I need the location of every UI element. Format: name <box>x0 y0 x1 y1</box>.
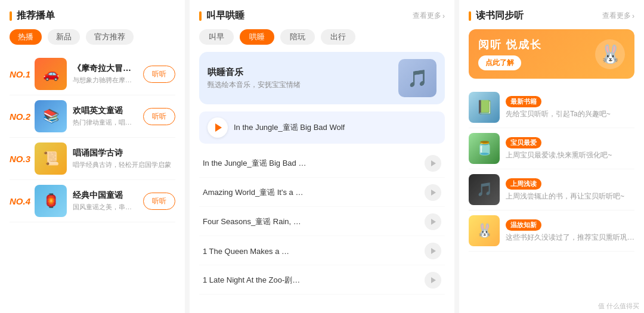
playlist-item: NO.3 📜 唱诵国学古诗 唱学经典古诗，轻松开启国学启蒙 <box>10 138 175 180</box>
now-playing-text: In the Jungle_童谣 Big Bad Wolf <box>234 122 436 133</box>
right-header: 读书同步听 查看更多 › <box>469 10 634 22</box>
playlist-rank: NO.3 <box>10 154 29 164</box>
book-desc: 上周浅尝辄止的书，再让宝贝听听吧~ <box>506 191 634 202</box>
track-name: 1 Late Night At the Zoo-剧… <box>203 275 419 286</box>
playlist-name: 经典中国童谣 <box>73 190 137 201</box>
playlist-desc: 与想象力驰骋在摩奇拉的世界里，在趣味、冒险中体会勇气、智慧与行动的力量… <box>73 76 137 85</box>
playlist-item: NO.1 🚗 《摩奇拉大冒险》故事播单… 与想象力驰骋在摩奇拉的世界里，在趣味、… <box>10 53 175 95</box>
book-thumb: 🫙 <box>469 133 500 164</box>
right-section-title: 读书同步听 <box>469 10 524 22</box>
featured-subtitle: 甄选绘本音乐，安抚宝宝情绪 <box>208 80 391 90</box>
playlist-info: 《摩奇拉大冒险》故事播单… 与想象力驰骋在摩奇拉的世界里，在趣味、冒险中体会勇气… <box>73 63 137 85</box>
book-item[interactable]: 📗 最新书籍 先给宝贝听听，引起Ta的兴趣吧~ <box>469 87 634 128</box>
track-play-button[interactable] <box>425 184 441 201</box>
book-info: 最新书籍 先给宝贝听听，引起Ta的兴趣吧~ <box>506 95 634 119</box>
mid-panel: 叫早哄睡 查看更多 › 叫早哄睡陪玩出行 哄睡音乐 甄选绘本音乐，安抚宝宝情绪 … <box>190 0 454 313</box>
book-info: 温故知新 这些书好久没读过了，推荐宝贝熏听巩固噢~ <box>506 219 634 243</box>
filter-tags: 叫早哄睡陪玩出行 <box>199 29 445 45</box>
banner-title: 阅听 悦成长 <box>478 38 542 52</box>
playlist-rank: NO.4 <box>10 196 29 206</box>
playlist-info: 欢唱英文童谣 热门律动童谣，唱唱跳跳娃最爱 <box>73 106 137 127</box>
filter-tag-哄睡[interactable]: 哄睡 <box>240 29 274 45</box>
playlist-container: NO.1 🚗 《摩奇拉大冒险》故事播单… 与想象力驰骋在摩奇拉的世界里，在趣味、… <box>10 53 175 222</box>
playlist-thumb: 🚗 <box>35 58 67 90</box>
filter-tag-出行[interactable]: 出行 <box>321 29 355 45</box>
playlist-rank: NO.2 <box>10 111 29 122</box>
playlist-item: NO.4 🏮 经典中国童谣 国风童谣之美，串起童年记忆 听听 <box>10 180 175 222</box>
book-thumb: 🐰 <box>469 215 500 246</box>
playlist-thumb: 📜 <box>35 142 67 175</box>
left-panel: 推荐播单 热播 新品 官方推荐 NO.1 🚗 《摩奇拉大冒险》故事播单… 与想象… <box>0 0 185 313</box>
main-container: 推荐播单 热播 新品 官方推荐 NO.1 🚗 《摩奇拉大冒险》故事播单… 与想象… <box>0 0 644 313</box>
listen-button[interactable]: 听听 <box>143 193 175 210</box>
left-section-title: 推荐播单 <box>10 10 175 22</box>
track-row: 1 The Queen Makes a … <box>199 237 445 265</box>
filter-tag-陪玩[interactable]: 陪玩 <box>280 29 315 45</box>
featured-title: 哄睡音乐 <box>208 67 391 78</box>
track-play-button[interactable] <box>425 272 441 289</box>
track-row: Amazing World_童谣 It's a … <box>199 179 445 207</box>
track-row: Four Seasons_童谣 Rain, … <box>199 208 445 236</box>
book-info: 宝贝最爱 上周宝贝最爱读,快来熏听强化吧~ <box>506 137 634 160</box>
track-name: In the Jungle_童谣 Big Bad … <box>203 158 419 169</box>
listen-button[interactable]: 听听 <box>143 66 175 83</box>
mid-header: 叫早哄睡 查看更多 › <box>199 10 445 22</box>
book-info: 上周浅读 上周浅尝辄止的书，再让宝贝听听吧~ <box>506 178 634 202</box>
playlist-name: 唱诵国学古诗 <box>73 148 175 159</box>
right-panel: 读书同步听 查看更多 › 阅听 悦成长 点此了解 🐰 📗 最新书籍 先给宝贝听听… <box>459 0 644 313</box>
book-thumb: 🎵 <box>469 174 500 205</box>
tab-hot[interactable]: 热播 <box>10 29 42 45</box>
playlist-info: 唱诵国学古诗 唱学经典古诗，轻松开启国学启蒙 <box>73 148 175 169</box>
featured-card: 哄睡音乐 甄选绘本音乐，安抚宝宝情绪 🎵 <box>199 52 445 104</box>
playlist-thumb: 📚 <box>35 100 67 132</box>
book-item[interactable]: 🎵 上周浅读 上周浅尝辄止的书，再让宝贝听听吧~ <box>469 169 634 210</box>
mid-view-more[interactable]: 查看更多 › <box>413 11 445 21</box>
featured-thumb: 🎵 <box>398 59 436 97</box>
playlist-rank: NO.1 <box>10 69 29 79</box>
track-row: 1 Late Night At the Zoo-剧… <box>199 266 445 295</box>
track-name: Four Seasons_童谣 Rain, … <box>203 216 419 227</box>
now-playing-row[interactable]: In the Jungle_童谣 Big Bad Wolf <box>199 111 445 144</box>
banner-btn[interactable]: 点此了解 <box>478 55 521 70</box>
watermark: 值 什么值得买 <box>598 302 639 311</box>
track-play-icon <box>431 248 436 254</box>
playlist-desc: 热门律动童谣，唱唱跳跳娃最爱 <box>73 118 137 127</box>
track-play-button[interactable] <box>425 213 441 230</box>
filter-tag-叫早[interactable]: 叫早 <box>199 29 234 45</box>
track-row: In the Jungle_童谣 Big Bad … <box>199 150 445 178</box>
book-desc: 上周宝贝最爱读,快来熏听强化吧~ <box>506 150 634 160</box>
book-badge: 上周浅读 <box>506 178 541 190</box>
book-item[interactable]: 🐰 温故知新 这些书好久没读过了，推荐宝贝熏听巩固噢~ <box>469 210 634 252</box>
book-badge: 温故知新 <box>506 219 541 231</box>
book-list: 📗 最新书籍 先给宝贝听听，引起Ta的兴趣吧~ 🫙 宝贝最爱 上周宝贝最爱读,快… <box>469 87 634 252</box>
play-icon <box>215 123 222 132</box>
tab-official[interactable]: 官方推荐 <box>86 29 134 45</box>
right-view-more[interactable]: 查看更多 › <box>602 11 634 21</box>
track-play-button[interactable] <box>425 243 441 259</box>
playlist-thumb: 🏮 <box>35 185 67 217</box>
playlist-name: 欢唱英文童谣 <box>73 106 137 116</box>
playlist-desc: 唱学经典古诗，轻松开启国学启蒙 <box>73 160 175 169</box>
book-badge: 宝贝最爱 <box>506 137 541 148</box>
track-play-icon <box>431 160 436 166</box>
track-play-icon <box>431 277 436 283</box>
tab-new[interactable]: 新品 <box>48 29 80 45</box>
book-desc: 这些书好久没读过了，推荐宝贝熏听巩固噢~ <box>506 233 634 243</box>
track-name: Amazing World_童谣 It's a … <box>203 187 419 198</box>
track-list: In the Jungle_童谣 Big Bad … Amazing World… <box>199 150 445 295</box>
book-badge: 最新书籍 <box>506 96 541 107</box>
listen-button[interactable]: 听听 <box>143 108 175 125</box>
track-name: 1 The Queen Makes a … <box>203 247 419 256</box>
playlist-desc: 国风童谣之美，串起童年记忆 <box>73 203 137 212</box>
play-button[interactable] <box>208 117 228 138</box>
left-tabs: 热播 新品 官方推荐 <box>10 29 175 45</box>
book-desc: 先给宝贝听听，引起Ta的兴趣吧~ <box>506 109 634 119</box>
track-play-button[interactable] <box>425 155 441 172</box>
book-thumb: 📗 <box>469 92 500 123</box>
playlist-name: 《摩奇拉大冒险》故事播单… <box>73 63 137 74</box>
track-play-icon <box>431 219 436 225</box>
banner: 阅听 悦成长 点此了解 🐰 <box>469 29 634 79</box>
track-play-icon <box>431 190 436 196</box>
playlist-item: NO.2 📚 欢唱英文童谣 热门律动童谣，唱唱跳跳娃最爱 听听 <box>10 95 175 138</box>
book-item[interactable]: 🫙 宝贝最爱 上周宝贝最爱读,快来熏听强化吧~ <box>469 128 634 169</box>
